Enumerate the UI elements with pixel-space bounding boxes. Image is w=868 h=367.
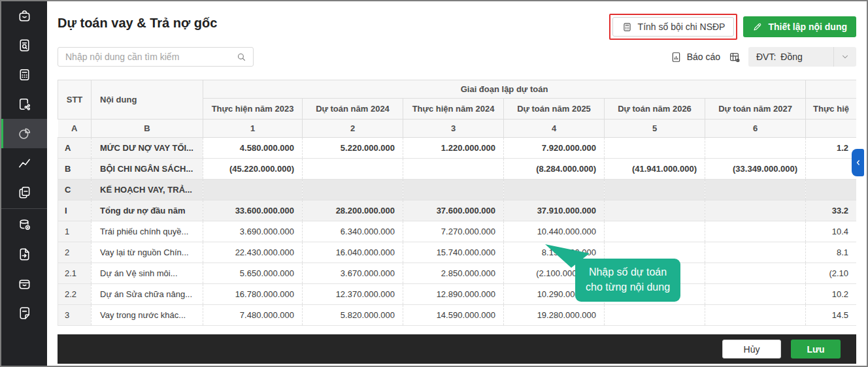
sidebar-item-archive-bag[interactable] bbox=[1, 269, 47, 298]
cell-value[interactable]: (45.220.000.000) bbox=[203, 159, 303, 180]
cell-stt[interactable]: A bbox=[58, 138, 92, 159]
cell-value[interactable]: 16.040.000.000 bbox=[303, 242, 403, 263]
cell-value[interactable]: (8.284.000.000) bbox=[504, 159, 605, 180]
sidebar-item-calculator[interactable] bbox=[1, 60, 47, 89]
cell-name[interactable]: Tổng dư nợ đầu năm bbox=[92, 200, 203, 221]
sidebar-item-line-chart[interactable] bbox=[1, 148, 47, 178]
cell-value[interactable]: 14.5 bbox=[806, 305, 856, 326]
cell-value[interactable]: 5.820.000.000 bbox=[303, 305, 403, 326]
cell-value[interactable]: 1.2 bbox=[806, 138, 856, 159]
cell-name[interactable]: Vay trong nước khác... bbox=[92, 305, 203, 326]
report-document-icon bbox=[670, 51, 682, 63]
cell-stt[interactable]: 3 bbox=[58, 305, 92, 326]
cancel-button[interactable]: Hủy bbox=[722, 340, 781, 359]
cell-value[interactable]: 15.740.000.000 bbox=[403, 242, 504, 263]
cell-name[interactable]: BỘI CHI NGÂN SÁCH... bbox=[92, 159, 203, 180]
cell-stt[interactable]: C bbox=[58, 180, 92, 200]
cell-value[interactable]: 37.600.000.000 bbox=[403, 200, 504, 221]
cell-stt[interactable]: 2 bbox=[58, 242, 92, 263]
cell-value[interactable]: (2.10 bbox=[806, 263, 856, 284]
cell-value[interactable]: 7.920.000.000 bbox=[504, 138, 605, 159]
cell-value[interactable]: 8.1 bbox=[806, 242, 856, 263]
cell-value[interactable] bbox=[705, 242, 806, 263]
cell-value[interactable]: 10.2 bbox=[806, 284, 856, 305]
cell-value[interactable]: 28.200.000.000 bbox=[303, 200, 403, 221]
sidebar-item-database-settings[interactable] bbox=[1, 210, 47, 240]
cell-value[interactable]: 5.220.000.000 bbox=[303, 138, 403, 159]
cell-stt[interactable]: B bbox=[58, 159, 92, 180]
cell-value[interactable]: 33.2 bbox=[806, 200, 856, 221]
cell-name[interactable]: KẾ HOẠCH VAY, TRẢ... bbox=[92, 180, 203, 200]
cell-value[interactable]: 2.850.000.000 bbox=[403, 263, 504, 284]
unit-dropdown[interactable]: ĐVT: Đồng bbox=[748, 47, 856, 67]
cell-value[interactable] bbox=[605, 305, 705, 326]
toolbar-right: Báo cáo ĐVT: Đồng bbox=[670, 47, 856, 67]
cell-value[interactable]: 19.280.000.000 bbox=[504, 305, 605, 326]
setup-content-button[interactable]: Thiết lập nội dung bbox=[743, 16, 856, 37]
cell-value[interactable]: 3.670.000.000 bbox=[303, 263, 403, 284]
cell-value[interactable] bbox=[705, 284, 806, 305]
cell-name[interactable]: MỨC DƯ NỢ VAY TỐI... bbox=[92, 138, 203, 159]
cell-stt[interactable]: 2.2 bbox=[58, 284, 92, 305]
collapse-panel-button[interactable] bbox=[852, 149, 864, 176]
table-row: 3Vay trong nước khác...7.480.000.0005.82… bbox=[58, 305, 857, 326]
search-icon[interactable] bbox=[236, 52, 247, 63]
cell-value[interactable]: 12.890.000.000 bbox=[403, 284, 504, 305]
cell-value[interactable]: 3.690.000.000 bbox=[203, 221, 303, 242]
cell-value[interactable]: 4.580.000.000 bbox=[203, 138, 303, 159]
sidebar-item-briefcase[interactable] bbox=[1, 1, 47, 31]
column-header-year: Thực hiện năm 2023 bbox=[203, 99, 303, 120]
sidebar-item-copy-documents[interactable] bbox=[1, 178, 47, 207]
cell-value[interactable]: 1.220.000.000 bbox=[403, 138, 504, 159]
sidebar-item-document-search[interactable] bbox=[1, 31, 47, 60]
cell-stt[interactable]: I bbox=[58, 200, 92, 221]
cell-value[interactable]: 12.370.000.000 bbox=[303, 284, 403, 305]
cell-value[interactable] bbox=[605, 221, 705, 242]
cell-value[interactable] bbox=[504, 180, 605, 200]
cell-value[interactable] bbox=[605, 200, 705, 221]
cell-value[interactable]: 22.430.000.000 bbox=[203, 242, 303, 263]
sidebar-item-file-export[interactable] bbox=[1, 240, 47, 269]
cell-value[interactable] bbox=[806, 159, 856, 180]
cell-value[interactable] bbox=[403, 180, 504, 200]
cell-value[interactable] bbox=[605, 138, 705, 159]
cell-value[interactable]: (33.349.000.000) bbox=[705, 159, 806, 180]
cell-stt[interactable]: 2.1 bbox=[58, 263, 92, 284]
cell-value[interactable] bbox=[705, 138, 806, 159]
cell-value[interactable] bbox=[303, 159, 403, 180]
cell-value[interactable] bbox=[303, 180, 403, 200]
calc-deficit-button[interactable]: Tính số bội chi NSĐP bbox=[612, 17, 735, 37]
cell-value[interactable] bbox=[705, 180, 806, 200]
cell-value[interactable]: 10.440.000.000 bbox=[504, 221, 605, 242]
cell-value[interactable]: 37.910.000.000 bbox=[504, 200, 605, 221]
search-input[interactable] bbox=[58, 52, 236, 62]
table-settings-button[interactable] bbox=[728, 51, 741, 63]
cell-value[interactable]: 7.480.000.000 bbox=[203, 305, 303, 326]
cell-value[interactable]: 33.600.000.000 bbox=[203, 200, 303, 221]
cell-value[interactable]: 16.780.000.000 bbox=[203, 284, 303, 305]
cell-value[interactable] bbox=[705, 200, 806, 221]
cell-value[interactable] bbox=[403, 159, 504, 180]
cell-value[interactable] bbox=[705, 221, 806, 242]
cell-name[interactable]: Dự án Vệ sinh môi... bbox=[92, 263, 203, 284]
cell-value[interactable] bbox=[705, 305, 806, 326]
cell-stt[interactable]: 1 bbox=[58, 221, 92, 242]
report-button[interactable]: Báo cáo bbox=[670, 51, 720, 63]
cell-value[interactable] bbox=[605, 180, 705, 200]
sidebar-item-notes[interactable] bbox=[1, 298, 47, 328]
sidebar-item-pie-chart[interactable] bbox=[1, 119, 47, 148]
cell-name[interactable]: Dự án Sửa chữa nâng... bbox=[92, 284, 203, 305]
cell-name[interactable]: Trái phiếu chính quyề... bbox=[92, 221, 203, 242]
cell-name[interactable]: Vay lại từ nguồn Chín... bbox=[92, 242, 203, 263]
cell-value[interactable]: 5.650.000.000 bbox=[203, 263, 303, 284]
cell-value[interactable] bbox=[705, 263, 806, 284]
cell-value[interactable]: 14.590.000.000 bbox=[403, 305, 504, 326]
save-button[interactable]: Lưu bbox=[791, 340, 841, 359]
cell-value[interactable]: 6.340.000.000 bbox=[303, 221, 403, 242]
cell-value[interactable]: 7.270.000.000 bbox=[403, 221, 504, 242]
sidebar-item-document-share[interactable] bbox=[1, 89, 47, 119]
cell-value[interactable] bbox=[203, 180, 303, 200]
cell-value[interactable]: (41.941.000.000) bbox=[605, 159, 705, 180]
cell-value[interactable] bbox=[806, 180, 856, 200]
cell-value[interactable]: 10.4 bbox=[806, 221, 856, 242]
